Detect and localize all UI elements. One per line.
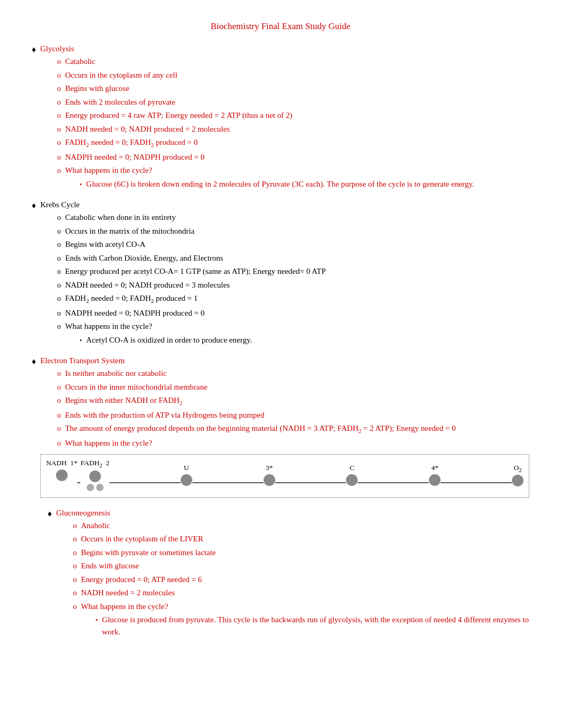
- ets-node-3: 3*: [264, 464, 275, 486]
- list-item: oThe amount of energy produced depends o…: [57, 422, 529, 436]
- section-krebs: ♦ Krebs Cycle oCatabolic when done in it…: [32, 200, 529, 349]
- list-item: oOccurs in the inner mitochondrial membr…: [57, 381, 529, 393]
- ets-circle-4: [429, 474, 441, 486]
- o-bullet: o: [57, 226, 61, 237]
- section-ets: ♦ Electron Transport System oIs neither …: [32, 356, 529, 501]
- item-text: NADH needed = 0; NADH produced = 2 molec…: [65, 123, 230, 135]
- item-text: The amount of energy produced depends on…: [65, 422, 456, 436]
- item-text: NADH needed = 2 molecules: [81, 587, 175, 599]
- ets-node-o2: O2: [512, 464, 523, 487]
- item-text: NADPH needed = 0; NADPH produced = 0: [65, 151, 204, 163]
- ets-circle-c: [346, 474, 358, 486]
- list-item: o What happens in the cycle? ▪ Acetyl CO…: [57, 320, 326, 347]
- ets-node-label-o2: O2: [513, 464, 521, 473]
- item-text: Energy produced = 0; ATP needed = 6: [81, 574, 202, 586]
- item-text: Energy produced per acetyl CO-A= 1 GTP (…: [65, 265, 326, 278]
- o-bullet: o: [57, 423, 61, 434]
- list-item: oNADPH needed = 0; NADPH produced = 0: [57, 307, 326, 319]
- ets-circle-u: [181, 474, 192, 486]
- item-text: NADPH needed = 0; NADPH produced = 0: [65, 307, 204, 319]
- list-item: o What happens in the cycle? ▪ Glucose (…: [57, 164, 474, 191]
- item-text: Acetyl CO-A is oxidized in order to prod…: [86, 334, 252, 346]
- list-item: oEnergy produced = 4 raw ATP; Energy nee…: [57, 109, 474, 122]
- ets-items: oIs neither anabolic nor catabolic oOccu…: [40, 367, 529, 449]
- ets-node-label-nadh: NADH 1*: [46, 459, 77, 467]
- list-item: oNADH needed = 0; NADH produced = 3 mole…: [57, 279, 326, 291]
- item-text: Begins with glucose: [65, 82, 129, 95]
- page-title: Biochemistry Final Exam Study Guide: [32, 21, 529, 32]
- ets-sub-circle: [87, 484, 94, 491]
- o-bullet: o: [57, 321, 61, 332]
- list-item: oOccurs in the cytoplasm of the LIVER: [73, 533, 529, 545]
- main-list: ♦ Glycolysis oCatabolic oOccurs in the c…: [32, 44, 529, 641]
- diamond-bullet: ♦: [32, 357, 36, 366]
- glycolysis-items: oCatabolic oOccurs in the cytoplasm of a…: [40, 56, 474, 191]
- ets-line: [358, 482, 429, 483]
- o-bullet: o: [57, 266, 61, 277]
- o-bullet: o: [57, 308, 61, 319]
- o-bullet: o: [57, 97, 61, 108]
- list-item: ▪ Acetyl CO-A is oxidized in order to pr…: [80, 334, 252, 346]
- item-text: Occurs in the cytoplasm of any cell: [65, 69, 177, 81]
- item-text: Anabolic: [81, 520, 110, 532]
- o-bullet: o: [57, 124, 61, 135]
- list-item: oOccurs in the matrix of the mitochondri…: [57, 225, 326, 237]
- o-bullet: o: [57, 280, 61, 291]
- o-bullet: o: [57, 152, 61, 163]
- ets-node-label-c: C: [350, 464, 354, 472]
- diamond-bullet: ♦: [48, 509, 52, 519]
- list-item: oEnds with Carbon Dioxide, Energy, and E…: [57, 252, 326, 264]
- item-text: Catabolic when done in its entirety: [65, 211, 176, 224]
- o-bullet: o: [57, 438, 61, 449]
- item-text: Glucose (6C) is broken down ending in 2 …: [86, 178, 474, 190]
- item-text: What happens in the cycle?: [81, 602, 168, 611]
- o-bullet: o: [73, 547, 77, 558]
- o-bullet: o: [57, 410, 61, 421]
- level3-list: ▪ Acetyl CO-A is oxidized in order to pr…: [65, 334, 252, 346]
- item-text: Catabolic: [65, 56, 95, 68]
- list-item: oOccurs in the cytoplasm of any cell: [57, 69, 474, 81]
- ets-node-label-u: U: [184, 464, 189, 472]
- section-title-ets: Electron Transport System: [40, 356, 125, 365]
- ets-circle-o2: [512, 475, 523, 486]
- list-item: oEnds with glucose: [73, 560, 529, 572]
- ets-node-label-3: 3*: [266, 464, 273, 472]
- ets-node-label-fadh2: FADH2 2: [80, 459, 109, 468]
- ets-circle-3: [264, 474, 275, 486]
- list-item: oWhat happens in the cycle?: [57, 437, 529, 449]
- ets-line: [275, 482, 347, 483]
- o-bullet: o: [57, 137, 61, 148]
- ets-line: [109, 482, 181, 483]
- item-text: Ends with Carbon Dioxide, Energy, and El…: [65, 252, 223, 264]
- list-item: oEnds with the production of ATP via Hyd…: [57, 409, 529, 421]
- level3-list: ▪ Glucose (6C) is broken down ending in …: [65, 178, 474, 190]
- list-item: ▪ Glucose is produced from pyruvate. Thi…: [96, 614, 529, 638]
- o-bullet: o: [57, 70, 61, 81]
- section-title-gluconeogenesis: Gluconeogenesis: [56, 509, 110, 517]
- o-bullet: o: [57, 382, 61, 393]
- item-text: Is neither anabolic nor catabolic: [65, 367, 166, 380]
- list-item: oBegins with acetyl CO-A: [57, 238, 326, 251]
- item-text: FADH2 needed = 0; FADH2 produced = 0: [65, 136, 198, 150]
- list-item: oBegins with either NADH or FADH2: [57, 394, 529, 408]
- item-text: Occurs in the cytoplasm of the LIVER: [81, 533, 203, 545]
- square-bullet: ▪: [96, 615, 98, 624]
- list-item: oEnergy produced = 0; ATP needed = 6: [73, 574, 529, 586]
- square-bullet: ▪: [80, 336, 82, 345]
- o-bullet: o: [73, 533, 77, 545]
- item-text: Ends with glucose: [81, 560, 139, 572]
- list-item: oEnds with 2 molecules of pyruvate: [57, 96, 474, 108]
- item-text: Begins with acetyl CO-A: [65, 238, 145, 251]
- gluconeogenesis-items: oAnabolic oOccurs in the cytoplasm of th…: [56, 520, 529, 640]
- item-text: What happens in the cycle?: [65, 437, 152, 449]
- list-item: oBegins with pyruvate or sometimes lacta…: [73, 547, 529, 559]
- o-bullet: o: [57, 110, 61, 121]
- ets-node-u: U: [181, 464, 192, 486]
- o-bullet: o: [73, 560, 77, 572]
- item-text: Ends with 2 molecules of pyruvate: [65, 96, 175, 108]
- item-text: What happens in the cycle?: [65, 166, 152, 174]
- ets-line: [441, 482, 512, 483]
- list-item: oCatabolic when done in its entirety: [57, 211, 326, 224]
- list-item: oNADH needed = 0; NADH produced = 2 mole…: [57, 123, 474, 135]
- list-item: o What happens in the cycle? ▪ Glucose i…: [73, 601, 529, 640]
